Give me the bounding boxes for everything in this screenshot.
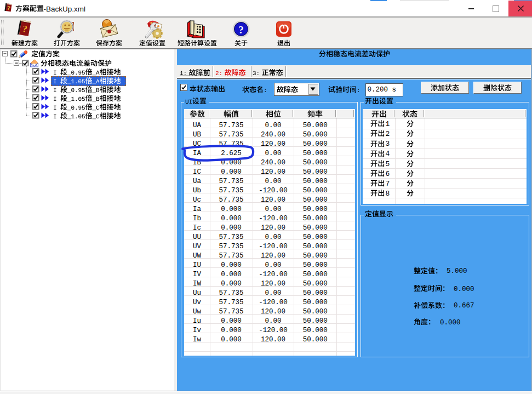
svg-text:?: ? <box>238 24 244 36</box>
